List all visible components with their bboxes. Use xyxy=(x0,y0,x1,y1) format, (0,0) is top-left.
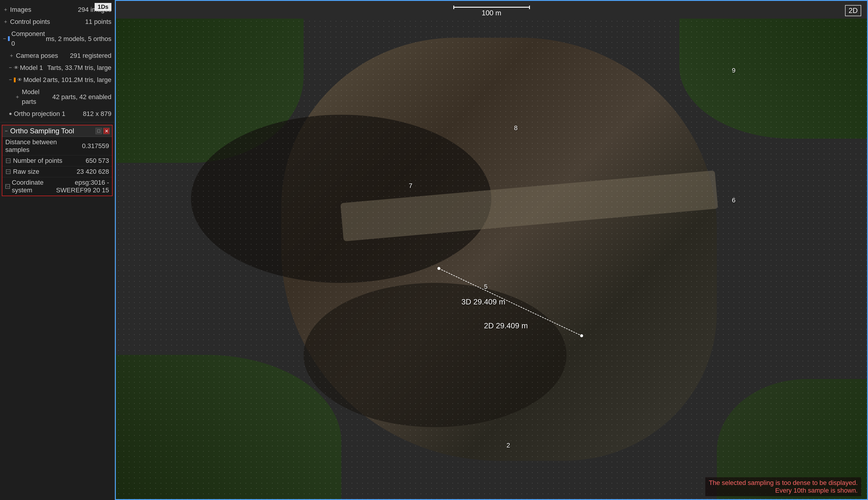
tree-item-model2[interactable]: − 👁 Model 2 arts, 101.2M tris, large xyxy=(0,74,114,86)
status-line2: Every 10th sample is shown. xyxy=(709,487,858,495)
control-points-label: Control points xyxy=(10,17,85,26)
tool-panel-actions: □ ✕ xyxy=(95,128,110,134)
camera-poses-value: 291 registered xyxy=(70,51,112,60)
collapse-icon[interactable]: − xyxy=(5,128,8,134)
raw-size-label: Raw size xyxy=(13,168,77,175)
tree-item-component0[interactable]: − Component 0 ms, 2 models, 5 orthos xyxy=(0,28,114,49)
minus-icon-2: − xyxy=(9,64,12,72)
map-label-6: 6 xyxy=(732,196,735,204)
measurement-3d: 3D 29.409 m xyxy=(461,297,505,306)
camera-poses-label: Camera poses xyxy=(16,51,70,60)
badge-2d: 2D xyxy=(845,5,861,16)
aerial-photo: 2 5 6 7 8 9 3D 29.409 m 2D 29.409 m xyxy=(116,19,867,499)
model-parts-label: Model parts xyxy=(22,87,52,106)
num-points-label: Number of points xyxy=(13,157,85,164)
tree-item-model1[interactable]: − 👁 Model 1 Tarts, 33.7M tris, large xyxy=(0,62,114,74)
raw-size-value: 23 420 628 xyxy=(77,168,109,175)
row-icon-num-points xyxy=(5,158,11,164)
color-bar-orange xyxy=(14,78,16,82)
row-icon-raw-size xyxy=(5,169,11,175)
model2-value: arts, 101.2M tris, large xyxy=(47,75,112,85)
control-points-value: 11 points xyxy=(85,17,112,26)
distance-value: 0.317559 xyxy=(82,142,109,150)
ortho-projection-label: Ortho projection 1 xyxy=(14,109,83,118)
sampling-dots-overlay xyxy=(116,19,867,499)
eye-icon: 👁 xyxy=(14,64,19,71)
tree-item-camera-poses[interactable]: ＋ Camera poses 291 registered xyxy=(0,49,114,62)
tool-row-raw-size: Raw size 23 420 628 xyxy=(2,166,112,177)
status-line1: The selected sampling is too dense to be… xyxy=(709,479,858,487)
row-icon-coord xyxy=(5,183,10,189)
minimize-button[interactable]: □ xyxy=(95,128,102,134)
map-label-2: 2 xyxy=(506,442,510,449)
tree-item-control-points[interactable]: ＋ Control points 11 points xyxy=(0,16,114,28)
plus-icon-2: ＋ xyxy=(3,18,8,26)
scale-line xyxy=(453,7,530,8)
tool-row-distance: Distance between samples 0.317559 xyxy=(2,137,112,156)
coord-system-label: Coordinate system xyxy=(12,179,44,194)
close-button[interactable]: ✕ xyxy=(103,128,110,134)
main-view[interactable]: 2 5 6 7 8 9 3D 29.409 m 2D 29.409 m 100 … xyxy=(115,0,868,500)
scale-bar: 100 m xyxy=(453,7,530,17)
tool-row-coord-system: Coordinate system epsg:3016 - SWEREF99 2… xyxy=(2,177,112,196)
plus-icon: ＋ xyxy=(3,5,8,14)
svg-rect-4 xyxy=(5,184,10,189)
scale-label: 100 m xyxy=(482,9,501,17)
model-parts-value: 42 parts, 42 enabled xyxy=(52,92,112,102)
distance-label: Distance between samples xyxy=(5,138,82,154)
map-label-9: 9 xyxy=(732,67,735,74)
component0-value: ms, 2 models, 5 orthos xyxy=(46,34,112,44)
tool-row-num-points: Number of points 650 573 xyxy=(2,156,112,166)
model1-value: Tarts, 33.7M tris, large xyxy=(47,63,112,72)
model1-label: Model 1 xyxy=(20,63,47,72)
measurement-2d: 2D 29.409 m xyxy=(484,321,528,330)
map-label-8: 8 xyxy=(514,124,518,132)
model2-label: Model 2 xyxy=(24,75,47,85)
plus-icon-3: ＋ xyxy=(9,52,14,60)
map-label-7: 7 xyxy=(409,182,412,190)
coord-system-value: epsg:3016 - SWEREF99 20 15 xyxy=(44,179,109,194)
tree-section: ＋ Images 294 images ＋ Control points 11 … xyxy=(0,1,114,122)
bottom-status: The selected sampling is too dense to be… xyxy=(705,477,861,496)
map-label-5: 5 xyxy=(484,283,488,291)
color-bar-blue xyxy=(8,36,10,41)
minus-icon: − xyxy=(3,35,6,43)
left-panel: 1Ds ＋ Images 294 images ＋ Control points… xyxy=(0,0,115,500)
tool-panel-title: Ortho Sampling Tool xyxy=(10,127,95,135)
tree-item-ortho-projection[interactable]: ● Ortho projection 1 812 x 879 xyxy=(0,108,114,120)
images-label: Images xyxy=(10,5,78,14)
component0-label: Component 0 xyxy=(12,29,46,48)
tree-item-model-parts[interactable]: ＋ Model parts 42 parts, 42 enabled xyxy=(0,86,114,108)
plus-icon-4: ＋ xyxy=(15,93,20,101)
num-points-value: 650 573 xyxy=(85,157,109,164)
eye-icon-2: 👁 xyxy=(17,76,22,83)
tool-panel-header: − Ortho Sampling Tool □ ✕ xyxy=(2,125,112,137)
ortho-sampling-tool-panel: − Ortho Sampling Tool □ ✕ Distance betwe… xyxy=(2,125,113,196)
minus-icon-3: − xyxy=(9,76,12,84)
location-icon: ● xyxy=(9,110,12,118)
badge-1ds: 1Ds xyxy=(95,3,112,11)
ortho-projection-value: 812 x 879 xyxy=(83,109,112,118)
